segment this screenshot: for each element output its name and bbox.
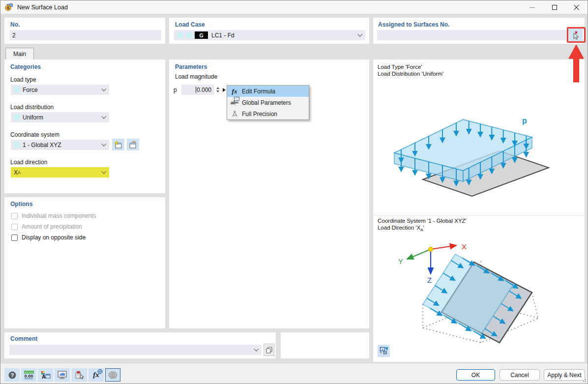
fx-icon: fx (227, 88, 242, 95)
checkbox-precipitation[interactable] (11, 224, 18, 230)
load-case-dropdown[interactable]: G LC1 - Fd (174, 30, 365, 40)
load-case-color-swatch2 (186, 32, 192, 38)
assigned-surfaces-input[interactable] (377, 30, 567, 40)
toggle-preview-view-button[interactable] (378, 345, 390, 357)
chevron-down-icon (101, 169, 106, 174)
chevron-down-icon (254, 347, 259, 352)
delete-selection-icon (75, 371, 84, 380)
close-button[interactable] (565, 0, 588, 14)
edit-window-hand-icon (129, 141, 137, 148)
p-label: p (172, 87, 181, 93)
load-case-panel: Load Case G LC1 - Fd (169, 18, 369, 44)
svg-text:A: A (42, 374, 46, 380)
menu-item-full-precision[interactable]: Full Precision (227, 108, 309, 119)
copy-pages-icon (266, 347, 272, 354)
formula-globe-icon: fx (93, 371, 99, 379)
load-type-dropdown[interactable]: Force (11, 85, 109, 95)
comment-copy-button[interactable] (264, 344, 274, 356)
minimize-button[interactable] (521, 0, 543, 14)
coordinate-system-dropdown[interactable]: 1 - Global XYZ (11, 140, 109, 150)
comment-dropdown[interactable] (9, 345, 262, 355)
checkbox-display-opposite[interactable] (11, 235, 18, 241)
comment-panel: Comment (4, 332, 276, 358)
load-direction-subscript: A (18, 170, 21, 175)
maximize-icon (552, 5, 557, 10)
load-magnitude-label: Load magnitude (175, 73, 217, 80)
help-icon: ? (8, 371, 17, 380)
preview-coordinate-system-text: Coordinate System '1 - Global XYZ' (378, 217, 467, 224)
option-amount-of-precipitation: Amount of precipitation (11, 223, 82, 230)
formula-context-menu: fx Edit Formula ab= Global Parameters Fu… (227, 85, 309, 120)
swap-view-icon (380, 347, 388, 355)
options-panel: Options Individual mass components Amoun… (4, 197, 165, 328)
display-properties-icon: A (41, 371, 51, 380)
chevron-down-icon (101, 87, 106, 91)
coordinate-system-swatch (14, 142, 20, 148)
load-case-type-badge: G (195, 31, 208, 39)
monitor-icon (58, 371, 67, 379)
help-button[interactable]: ? (4, 368, 20, 382)
load-case-value: LC1 - Fd (211, 32, 235, 39)
axis-z-label: Z (427, 276, 432, 284)
axis-y-label: Y (398, 257, 403, 266)
load-type-label: Load type (10, 76, 36, 83)
no-panel: No. 2 (4, 18, 165, 44)
new-coordinate-system-button[interactable] (112, 139, 124, 150)
close-icon (574, 4, 580, 10)
p-field-row: p 0.000 (172, 85, 226, 95)
cancel-button[interactable]: Cancel (500, 369, 540, 381)
units-decimals-icon: 0.00 (24, 371, 34, 379)
title-bar: 6 New Surface Load (0, 0, 588, 14)
delete-selection-button[interactable] (72, 368, 87, 382)
preview-load-distribution-text: Load Distribution 'Uniform' (378, 70, 443, 77)
categories-heading: Categories (10, 63, 41, 70)
chevron-down-icon (357, 32, 362, 37)
assigned-surfaces-panel: Assigned to Surfaces No. (373, 18, 585, 44)
display-properties-button[interactable]: A (38, 368, 53, 382)
tab-main[interactable]: Main (5, 48, 34, 59)
options-heading: Options (10, 201, 32, 207)
chevron-down-icon (101, 142, 106, 147)
load-distribution-dropdown[interactable]: Uniform (11, 112, 109, 122)
parameters-heading: Parameters (175, 63, 207, 70)
preview-divider (373, 215, 585, 216)
load-case-color-swatch (177, 32, 183, 38)
resize-grip[interactable] (581, 377, 586, 382)
units-decimals-button[interactable]: 0.00 (21, 368, 36, 382)
pick-cursor-icon (572, 31, 580, 40)
pick-surfaces-button[interactable] (569, 29, 583, 42)
ai-assistant-button[interactable] (105, 368, 120, 382)
svg-text:?: ? (10, 372, 14, 378)
load-type-swatch (14, 87, 20, 93)
load-distribution-swatch (14, 114, 20, 120)
new-window-star-icon (114, 141, 122, 148)
no-input[interactable]: 2 (9, 30, 161, 40)
global-parameters-icon: ab= (227, 100, 242, 105)
load-direction-illustration: X Y Z (376, 232, 582, 346)
checkbox-individual-mass[interactable] (11, 213, 18, 219)
axis-origin-dot (429, 247, 433, 252)
load-case-label: Load Case (175, 21, 205, 28)
menu-item-global-parameters[interactable]: ab= Global Parameters (227, 97, 309, 108)
p-options-arrow-icon[interactable] (223, 88, 226, 92)
load-direction-dropdown[interactable]: XA (11, 167, 109, 177)
preview-load-type-text: Load Type 'Force' (378, 63, 422, 70)
preview-panel: Load Type 'Force' Load Distribution 'Uni… (373, 59, 585, 362)
axis-x-label: X (462, 242, 467, 251)
maximize-button[interactable] (543, 0, 565, 14)
edit-coordinate-system-button[interactable] (127, 139, 139, 150)
surface-load-illustration: p (376, 78, 582, 218)
display-settings-button[interactable] (55, 368, 70, 382)
window-title: New Surface Load (17, 4, 68, 11)
p-spinner[interactable] (216, 87, 219, 92)
text-caret (196, 87, 196, 93)
p-value-input[interactable]: 0.000 (181, 85, 214, 95)
ok-button[interactable]: OK (456, 369, 495, 381)
formula-button[interactable]: fx (88, 368, 104, 382)
app-icon: 6 (5, 3, 13, 11)
comment-heading: Comment (10, 335, 37, 342)
p-symbol-label: p (522, 117, 527, 125)
menu-item-edit-formula[interactable]: fx Edit Formula (227, 86, 309, 97)
apply-next-button[interactable]: Apply & Next (544, 369, 585, 381)
new-surface-load-dialog: 6 New Surface Load No. 2 Load Case G LC1… (0, 0, 588, 384)
